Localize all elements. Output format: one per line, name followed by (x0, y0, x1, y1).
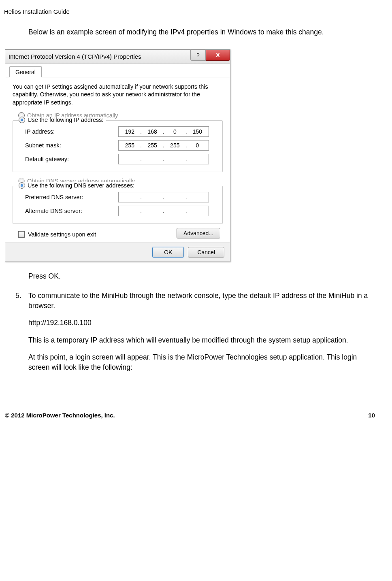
step5-p1: To communicate to the MiniHub through th… (28, 291, 376, 311)
description-text: You can get IP settings assigned automat… (13, 83, 223, 107)
footer-page-number: 10 (368, 412, 375, 419)
help-button[interactable]: ? (190, 50, 206, 61)
ip-address-label: IP address: (18, 128, 118, 135)
step5-url: http://192.168.0.100 (28, 318, 376, 328)
step5-p3: At this point, a login screen will appea… (28, 352, 376, 372)
ip-octet[interactable]: 255 (145, 142, 159, 149)
footer-copyright: © 2012 MicroPower Technologies, Inc. (5, 412, 115, 419)
tab-general[interactable]: General (9, 66, 42, 77)
step-number: 5. (15, 291, 28, 379)
ip-octet[interactable]: 150 (190, 128, 204, 135)
ipv4-properties-dialog: Internet Protocol Version 4 (TCP/IPv4) P… (5, 49, 230, 262)
dialog-titlebar: Internet Protocol Version 4 (TCP/IPv4) P… (5, 50, 230, 64)
cancel-button[interactable]: Cancel (188, 247, 224, 258)
radio-ip-manual-label: Use the following IP address: (28, 117, 104, 123)
preferred-dns-label: Preferred DNS server: (18, 194, 118, 200)
radio-dns-manual[interactable] (19, 182, 25, 189)
ip-address-field[interactable]: 192. 168. 0. 150 (118, 126, 209, 137)
preferred-dns-field[interactable]: . . . (118, 192, 209, 202)
document-header: Helios Installation Guide (4, 8, 376, 15)
subnet-mask-label: Subnet mask: (18, 142, 118, 149)
validate-label: Validate settings upon exit (28, 231, 96, 238)
ip-octet[interactable]: 255 (168, 142, 182, 149)
ip-octet[interactable]: 168 (145, 128, 159, 135)
ip-octet[interactable]: 255 (123, 142, 136, 149)
close-button[interactable]: X (206, 50, 230, 61)
advanced-button[interactable]: Advanced... (177, 228, 220, 238)
dialog-title: Internet Protocol Version 4 (TCP/IPv4) P… (9, 53, 141, 60)
default-gateway-label: Default gateway: (18, 156, 118, 162)
press-ok-text: Press OK. (28, 272, 376, 281)
alternate-dns-label: Alternate DNS server: (18, 208, 118, 214)
intro-text: Below is an example screen of modifying … (28, 27, 376, 37)
validate-checkbox[interactable] (18, 231, 25, 238)
default-gateway-field[interactable]: . . . (118, 154, 209, 164)
ip-octet[interactable]: 192 (123, 128, 136, 135)
radio-ip-manual[interactable] (19, 117, 25, 123)
alternate-dns-field[interactable]: . . . (118, 206, 209, 216)
step5-p2: This is a temporary IP address which wil… (28, 335, 376, 345)
subnet-mask-field[interactable]: 255. 255. 255. 0 (118, 140, 209, 151)
ip-octet[interactable]: 0 (190, 142, 204, 149)
ip-octet[interactable]: 0 (168, 128, 182, 135)
ok-button[interactable]: OK (152, 247, 184, 258)
radio-dns-manual-label: Use the following DNS server addresses: (28, 182, 134, 189)
